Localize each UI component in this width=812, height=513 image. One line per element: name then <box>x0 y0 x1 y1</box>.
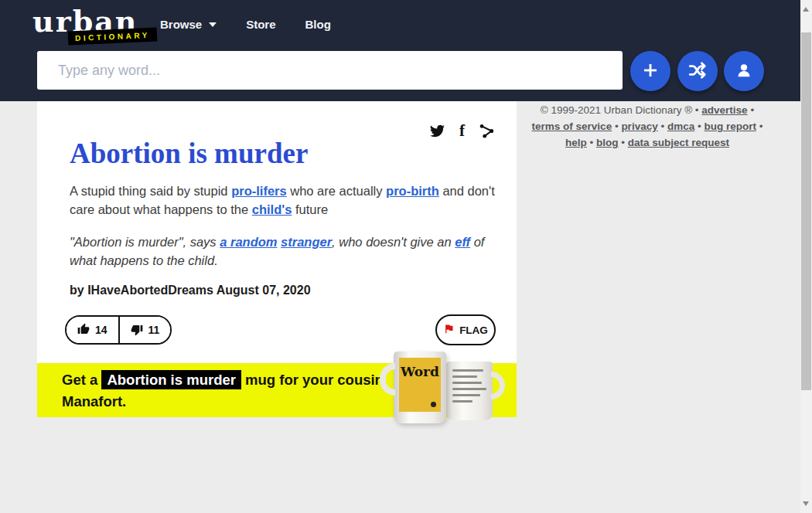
definition-title[interactable]: Abortion is murder <box>70 137 308 170</box>
nav-store[interactable]: Store <box>246 18 275 31</box>
text-part: who are actually <box>287 184 386 198</box>
text-part: • <box>587 137 596 148</box>
site-footer-links: © 1999-2021 Urban Dictionary ® • adverti… <box>531 102 764 151</box>
back-mug-handle <box>491 372 505 399</box>
footer-link[interactable]: dmca <box>667 121 694 132</box>
caret-down-icon <box>209 22 217 27</box>
thumbs-up-button[interactable]: 14 <box>67 317 120 343</box>
definition-meaning: A stupid thing said by stupid pro-lifers… <box>70 182 503 219</box>
definition-date: August 07, 2020 <box>217 284 311 297</box>
back-mug-text-lines <box>452 369 486 406</box>
vote-buttons: 14 11 <box>65 315 172 345</box>
text-part: • <box>694 121 704 132</box>
front-mug-label: Word <box>399 358 441 412</box>
footer-link[interactable]: bug report <box>704 121 756 132</box>
share-icon[interactable] <box>479 124 494 138</box>
text-part: • <box>658 121 667 132</box>
account-button[interactable] <box>724 51 764 91</box>
text-part: • <box>612 121 621 132</box>
word-mug-image[interactable]: Word <box>383 352 518 429</box>
shuffle-icon <box>687 60 708 83</box>
mug-promo-text: Get a Abortion is murder mug for your co… <box>62 369 396 413</box>
twitter-icon[interactable] <box>430 124 445 138</box>
nav-blog[interactable]: Blog <box>305 18 331 31</box>
flag-icon <box>443 323 455 337</box>
word-link[interactable]: pro-birth <box>386 184 439 198</box>
promo-word-highlight[interactable]: Abortion is murder <box>101 370 241 389</box>
user-icon <box>735 61 753 82</box>
flag-label: FLAG <box>459 324 488 336</box>
main-nav: Browse Store Blog <box>160 18 331 31</box>
author-link[interactable]: IHaveAbortedDreams <box>87 284 213 297</box>
footer-link[interactable]: data subject request <box>628 137 729 148</box>
downvote-count: 11 <box>148 324 160 336</box>
footer-link[interactable]: terms of service <box>532 121 612 132</box>
add-definition-button[interactable] <box>630 51 670 91</box>
facebook-icon[interactable]: f <box>455 124 469 138</box>
scrollbar <box>800 0 812 513</box>
text-part: • <box>618 137 627 148</box>
upvote-count: 14 <box>95 324 107 336</box>
thumbs-up-icon <box>77 323 90 338</box>
scrollbar-up-arrow-icon[interactable] <box>803 7 809 12</box>
plus-icon <box>641 61 660 82</box>
footer-link[interactable]: privacy <box>621 121 657 132</box>
top-header: urban DICTIONARY Browse Store Blog <box>0 0 800 101</box>
footer-link[interactable]: blog <box>596 137 619 148</box>
thumbs-down-button[interactable]: 11 <box>120 317 171 343</box>
text-part: future <box>292 202 328 216</box>
text-part: • <box>748 104 754 116</box>
byline: by IHaveAbortedDreams August 07, 2020 <box>70 284 311 297</box>
flag-button[interactable]: FLAG <box>435 314 496 345</box>
scrollbar-down-arrow-icon[interactable] <box>803 501 809 506</box>
random-word-button[interactable] <box>677 51 718 91</box>
nav-browse-label: Browse <box>160 18 202 31</box>
back-mug <box>446 362 493 420</box>
scrollbar-thumb[interactable] <box>801 32 811 390</box>
nav-browse[interactable]: Browse <box>160 18 217 31</box>
text-part: © 1999-2021 Urban Dictionary ® <box>541 104 695 116</box>
search-input[interactable] <box>37 51 623 90</box>
word-link[interactable]: a random <box>220 235 277 249</box>
logo-dictionary-label: DICTIONARY <box>68 28 158 46</box>
text-part: , who doesn't give an <box>332 235 455 249</box>
urban-dictionary-page: urban DICTIONARY Browse Store Blog <box>0 0 812 513</box>
social-share-bar: f <box>430 124 494 138</box>
footer-link[interactable]: advertise <box>701 104 747 116</box>
text-part: A stupid thing said by stupid <box>70 184 231 198</box>
text-part: "Abortion is murder", says <box>70 235 220 249</box>
text-part: • <box>756 121 763 132</box>
definition-example: "Abortion is murder", says a random stra… <box>70 233 503 270</box>
word-link[interactable]: stranger <box>281 235 332 249</box>
promo-prefix: Get a <box>62 372 97 388</box>
word-link[interactable]: pro-lifers <box>231 184 287 198</box>
urban-dictionary-logo[interactable]: urban DICTIONARY <box>32 3 156 46</box>
definition-card: f Abortion is murder A stupid thing said… <box>37 101 517 363</box>
byline-prefix: by <box>70 284 84 297</box>
front-mug: Word <box>394 352 446 423</box>
word-link[interactable]: child's <box>252 202 292 216</box>
thumbs-down-icon <box>131 324 143 336</box>
mug-logo-dot <box>431 402 436 407</box>
footer-link[interactable]: help <box>565 137 587 148</box>
word-link[interactable]: eff <box>455 235 470 249</box>
